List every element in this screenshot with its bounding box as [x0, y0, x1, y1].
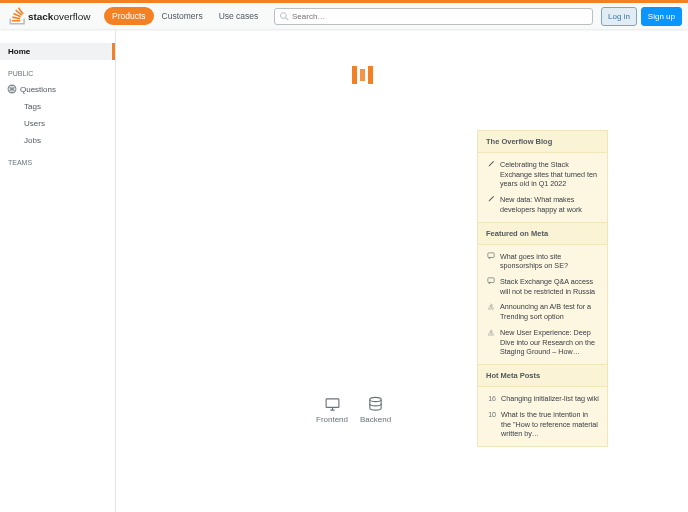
left-sidebar: Home PUBLIC Questions Tags Users Jobs TE…	[0, 29, 116, 512]
tech-backend-label: Backend	[360, 415, 391, 424]
search-input[interactable]	[292, 12, 587, 21]
blog-item[interactable]: Celebrating the Stack Exchange sites tha…	[478, 157, 607, 192]
search-field[interactable]	[274, 8, 593, 25]
hot-item-text: Changing initializer-list tag wiki	[501, 394, 599, 404]
nav-usecases[interactable]: Use cases	[211, 7, 267, 25]
blog-item-text: New data: What makes developers happy at…	[500, 195, 599, 214]
widget-heading-meta: Featured on Meta	[478, 222, 607, 245]
meta-item-text: Announcing an A/B test for a Trending so…	[500, 302, 599, 321]
nav-home[interactable]: Home	[0, 43, 115, 60]
widget-heading-blog: The Overflow Blog	[478, 131, 607, 153]
svg-text:stackoverflow: stackoverflow	[28, 11, 91, 22]
meta-item[interactable]: What goes into site sponsorships on SE?	[478, 249, 607, 274]
meta-item-text: New User Experience: Deep Dive into our …	[500, 328, 599, 357]
stackoverflow-logo[interactable]: stackoverflow	[8, 7, 100, 25]
blog-item-text: Celebrating the Stack Exchange sites tha…	[500, 160, 599, 189]
svg-rect-3	[326, 399, 339, 408]
meta-item-text: Stack Exchange Q&A access will not be re…	[500, 277, 599, 296]
search-icon	[280, 12, 289, 21]
topbar: stackoverflow Products Customers Use cas…	[0, 0, 688, 29]
speech-bubble-icon	[487, 252, 495, 260]
meta-item-text: What goes into site sponsorships on SE?	[500, 252, 599, 271]
nav-customers[interactable]: Customers	[154, 7, 211, 25]
nav-questions-label: Questions	[20, 85, 56, 94]
nav-products[interactable]: Products	[104, 7, 154, 25]
nav-questions[interactable]: Questions	[0, 80, 115, 98]
blog-item[interactable]: New data: What makes developers happy at…	[478, 192, 607, 217]
pencil-icon	[487, 160, 495, 168]
hot-score: 16	[486, 394, 496, 404]
signup-button[interactable]: Sign up	[641, 7, 682, 26]
hot-item-text: What is the true intention in the "How t…	[501, 410, 599, 439]
nav-section-public: PUBLIC	[0, 60, 115, 80]
speech-bubble-icon	[487, 277, 495, 285]
pencil-icon	[487, 195, 495, 203]
meta-item[interactable]: New User Experience: Deep Dive into our …	[478, 325, 607, 360]
nav-jobs[interactable]: Jobs	[0, 132, 115, 149]
tech-frontend-label: Frontend	[316, 415, 348, 424]
nav-tags[interactable]: Tags	[0, 98, 115, 115]
nav-section-teams: TEAMS	[0, 149, 115, 169]
widget-heading-hot: Hot Meta Posts	[478, 364, 607, 387]
svg-rect-2	[487, 278, 493, 283]
database-icon	[367, 396, 384, 413]
tech-backend[interactable]: Backend	[360, 396, 391, 424]
nav-users[interactable]: Users	[0, 115, 115, 132]
meta-item[interactable]: Stack Exchange Q&A access will not be re…	[478, 274, 607, 299]
tech-frontend[interactable]: Frontend	[316, 396, 348, 424]
sidebar-widget: The Overflow Blog Celebrating the Stack …	[477, 130, 608, 447]
hot-item[interactable]: 16 Changing initializer-list tag wiki	[478, 391, 607, 407]
login-button[interactable]: Log in	[601, 7, 637, 26]
monitor-icon	[324, 396, 341, 413]
svg-point-4	[370, 397, 381, 401]
meta-item[interactable]: Announcing an A/B test for a Trending so…	[478, 299, 607, 324]
stackoverflow-mini-icon	[487, 328, 495, 336]
loading-indicator	[352, 66, 373, 84]
svg-rect-1	[487, 252, 493, 257]
globe-icon	[7, 84, 17, 94]
stackoverflow-mini-icon	[487, 302, 495, 310]
hot-score: 10	[486, 410, 496, 439]
tech-chooser: Frontend Backend	[316, 396, 391, 424]
hot-item[interactable]: 10 What is the true intention in the "Ho…	[478, 407, 607, 442]
